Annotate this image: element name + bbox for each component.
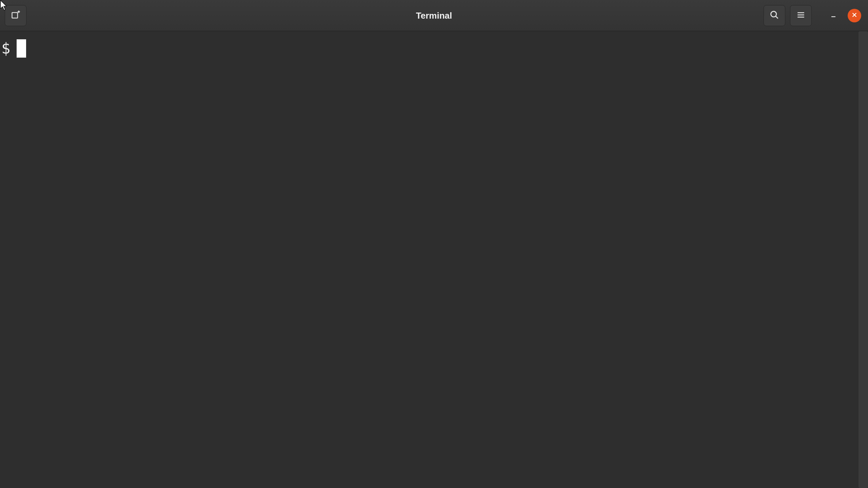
minimize-button[interactable] <box>827 9 840 22</box>
terminal-scrollbar[interactable] <box>859 31 868 488</box>
shell-prompt: $ <box>1 40 11 58</box>
titlebar-right-controls <box>764 5 863 26</box>
window-title: Terminal <box>416 10 452 20</box>
new-tab-button[interactable] <box>5 5 26 26</box>
titlebar: Terminal <box>0 0 868 31</box>
close-icon <box>851 12 857 19</box>
window-controls <box>827 9 861 22</box>
svg-line-4 <box>776 16 778 18</box>
search-icon <box>770 10 779 21</box>
svg-rect-0 <box>12 13 18 18</box>
hamburger-menu-icon <box>796 11 805 21</box>
terminal-content-area[interactable]: $ <box>0 31 868 488</box>
svg-point-3 <box>771 11 776 17</box>
terminal-cursor <box>17 39 26 58</box>
new-tab-icon <box>11 10 20 21</box>
titlebar-title-area: Terminal <box>416 10 452 21</box>
search-button[interactable] <box>764 5 785 26</box>
titlebar-left-controls <box>5 5 26 26</box>
terminal-prompt-line: $ <box>1 39 867 58</box>
scrollbar-thumb[interactable] <box>859 31 868 488</box>
minimize-icon <box>830 12 837 20</box>
svg-rect-8 <box>831 16 835 17</box>
close-button[interactable] <box>848 9 861 22</box>
menu-button[interactable] <box>790 5 812 26</box>
